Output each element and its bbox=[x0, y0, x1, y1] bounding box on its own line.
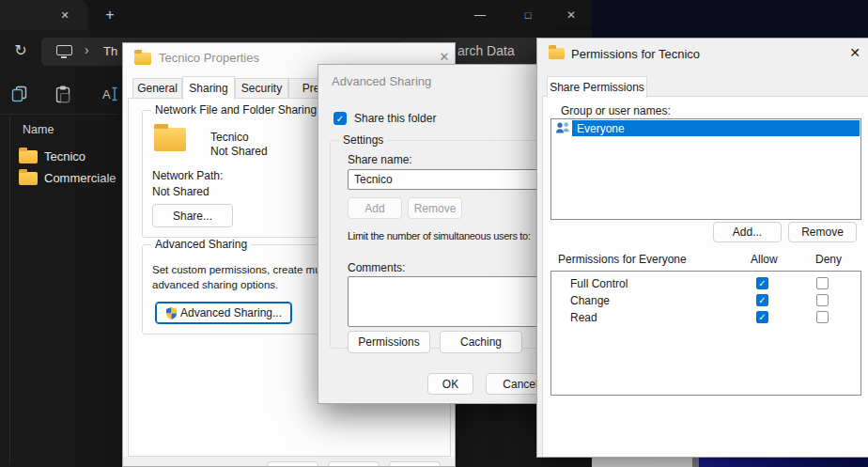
maximize-button[interactable]: □ bbox=[515, 0, 541, 30]
copy-icon[interactable] bbox=[9, 84, 30, 104]
folder-icon bbox=[134, 53, 151, 65]
close-button[interactable]: ✕ bbox=[558, 0, 584, 30]
background-divider bbox=[692, 458, 699, 467]
shared-folder-name: Tecnico bbox=[210, 131, 249, 144]
share-this-folder-checkbox[interactable]: ✓ bbox=[333, 112, 347, 125]
share-permissions-page: Group or user names: Everyone Add... Rem… bbox=[542, 96, 868, 458]
permissions-button[interactable]: Permissions bbox=[348, 331, 430, 353]
group-legend: Network File and Folder Sharing bbox=[151, 103, 320, 117]
breadcrumb[interactable]: Th bbox=[103, 44, 117, 58]
list-item-everyone[interactable]: Everyone bbox=[572, 120, 860, 136]
chevron-icon: › bbox=[85, 42, 89, 57]
comments-label: Comments: bbox=[348, 261, 405, 274]
tab-sharing[interactable]: Sharing bbox=[182, 76, 235, 100]
allow-change-checkbox[interactable]: ✓ bbox=[756, 294, 768, 306]
cancel-button-partial[interactable] bbox=[328, 461, 380, 467]
network-path-value: Not Shared bbox=[152, 185, 209, 198]
file-row-commerciale[interactable]: Commerciale bbox=[44, 171, 116, 185]
remove-share-button[interactable]: Remove bbox=[408, 197, 462, 219]
permissions-table-label: Permissions for Everyone bbox=[558, 253, 687, 266]
desktop-wallpaper-strip bbox=[699, 458, 868, 467]
desktop: ✕ + — □ ✕ ↻ › Th arch Data bbox=[0, 0, 868, 467]
group-legend: Settings bbox=[339, 133, 387, 147]
search-placeholder: arch Data bbox=[457, 43, 515, 58]
uac-shield-icon bbox=[164, 306, 178, 320]
folder-icon bbox=[19, 150, 38, 163]
permission-row-label: Full Control bbox=[570, 277, 628, 290]
allow-read-checkbox[interactable]: ✓ bbox=[756, 311, 768, 323]
tab-share-permissions[interactable]: Share Permissions bbox=[547, 76, 647, 98]
deny-column-header: Deny bbox=[815, 253, 842, 266]
permissions-dialog-title: Permissions for Tecnico bbox=[571, 47, 700, 61]
ok-button-partial[interactable] bbox=[267, 461, 318, 467]
paste-icon[interactable] bbox=[53, 84, 73, 104]
advanced-sharing-dialog-title: Advanced Sharing bbox=[332, 74, 431, 88]
rename-icon[interactable]: A bbox=[100, 84, 120, 104]
tab-security[interactable]: Security bbox=[235, 78, 288, 99]
permissions-table: Full Control ✓ Change ✓ Read ✓ bbox=[550, 271, 861, 396]
refresh-icon[interactable]: ↻ bbox=[11, 41, 30, 60]
deny-change-checkbox[interactable] bbox=[816, 294, 829, 306]
close-icon[interactable]: ✕ bbox=[845, 45, 864, 60]
remove-user-button[interactable]: Remove bbox=[788, 222, 857, 242]
users-icon bbox=[555, 121, 571, 134]
add-user-button[interactable]: Add... bbox=[713, 222, 782, 242]
allow-full-control-checkbox[interactable]: ✓ bbox=[756, 277, 768, 289]
permissions-dialog: Permissions for Tecnico ✕ Share Permissi… bbox=[536, 38, 868, 458]
new-tab-button[interactable]: + bbox=[100, 6, 120, 24]
properties-dialog-title: Tecnico Properties bbox=[159, 51, 259, 65]
apply-button-partial[interactable] bbox=[389, 461, 441, 467]
shared-folder-state: Not Shared bbox=[210, 145, 268, 158]
advanced-description-line1: Set custom permissions, create multip bbox=[152, 264, 334, 275]
advanced-description-line2: advanced sharing options. bbox=[152, 279, 278, 290]
share-name-label: Share name: bbox=[348, 153, 412, 166]
deny-full-control-checkbox[interactable] bbox=[816, 277, 829, 289]
name-column-header[interactable]: Name bbox=[23, 123, 54, 136]
svg-text:A: A bbox=[102, 87, 111, 101]
dialog-footer bbox=[123, 457, 456, 467]
file-row-tecnico[interactable]: Tecnico bbox=[44, 149, 85, 163]
explorer-tab[interactable]: ✕ bbox=[0, 0, 87, 30]
permission-row-label: Read bbox=[570, 311, 597, 324]
deny-read-checkbox[interactable] bbox=[816, 311, 829, 323]
folder-icon bbox=[549, 48, 565, 59]
group-legend: Advanced Sharing bbox=[151, 238, 251, 251]
folder-icon bbox=[154, 128, 186, 151]
background-window-strip bbox=[592, 458, 692, 467]
close-icon[interactable]: ✕ bbox=[436, 50, 453, 64]
this-pc-icon bbox=[56, 45, 72, 55]
pane-divider[interactable] bbox=[9, 117, 10, 464]
folder-icon bbox=[19, 172, 38, 185]
advanced-sharing-button[interactable]: Advanced Sharing... bbox=[155, 302, 292, 324]
network-path-label: Network Path: bbox=[152, 169, 223, 182]
share-button[interactable]: Share... bbox=[152, 204, 233, 227]
explorer-tab-bar: ✕ + — □ ✕ bbox=[0, 0, 592, 30]
group-user-names-label: Group or user names: bbox=[561, 104, 671, 117]
tab-close-icon[interactable]: ✕ bbox=[56, 8, 73, 23]
minimize-button[interactable]: — bbox=[467, 0, 493, 30]
allow-column-header: Allow bbox=[751, 253, 778, 266]
permission-row-label: Change bbox=[570, 294, 610, 307]
share-this-folder-label: Share this folder bbox=[354, 112, 436, 125]
ok-button[interactable]: OK bbox=[427, 373, 473, 395]
add-share-button[interactable]: Add bbox=[348, 197, 402, 219]
group-list[interactable]: Everyone bbox=[550, 118, 861, 220]
caching-button[interactable]: Caching bbox=[440, 331, 522, 353]
tab-general[interactable]: General bbox=[132, 78, 182, 99]
limit-users-label: Limit the number of simultaneous users t… bbox=[348, 230, 531, 241]
